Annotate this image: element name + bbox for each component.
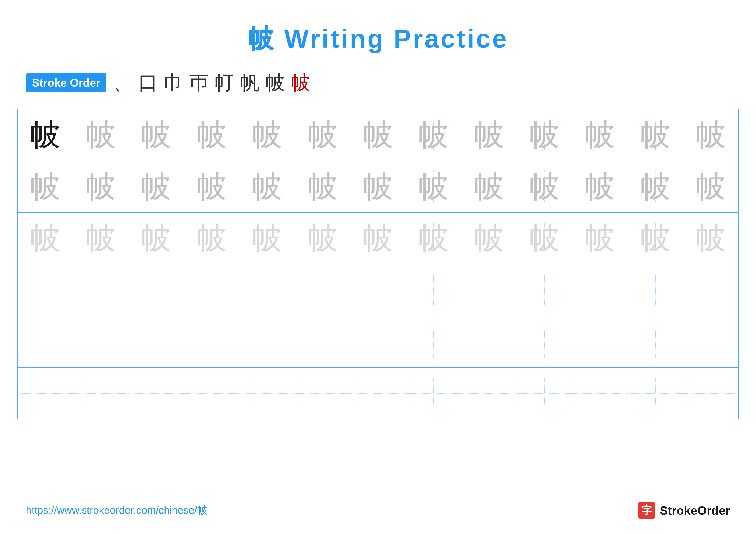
grid-row-0: 帔帔帔帔帔帔帔帔帔帔帔帔帔 [17,109,739,161]
grid-cell-3-4[interactable]: 帔 [239,264,295,316]
grid-cell-4-0[interactable]: 帔 [17,316,73,368]
grid-cell-4-5[interactable]: 帔 [295,316,350,368]
grid-cell-0-7[interactable]: 帔 [406,109,461,161]
grid-cell-1-9[interactable]: 帔 [517,161,572,213]
grid-cell-5-6[interactable]: 帔 [350,368,406,419]
grid-cell-5-11[interactable]: 帔 [628,368,683,419]
grid-cell-1-11[interactable]: 帔 [628,161,683,213]
grid-cell-4-4[interactable]: 帔 [239,316,295,368]
grid-cell-3-2[interactable]: 帔 [128,264,184,316]
grid-cell-4-8[interactable]: 帔 [461,316,517,368]
grid-cell-2-10[interactable]: 帔 [572,213,628,264]
grid-cell-2-4[interactable]: 帔 [239,213,295,264]
grid-cell-5-0[interactable]: 帔 [17,368,73,419]
grid-cell-1-6[interactable]: 帔 [350,161,406,213]
grid-cell-1-8[interactable]: 帔 [461,161,517,213]
grid-cell-3-5[interactable]: 帔 [295,264,350,316]
footer-url[interactable]: https://www.strokeorder.com/chinese/帔 [26,503,207,517]
grid-cell-3-10[interactable]: 帔 [572,264,628,316]
cell-char-1-9: 帔 [529,171,559,202]
cell-char-5-8: 帔 [474,378,504,408]
grid-cell-5-10[interactable]: 帔 [572,368,628,419]
grid-cell-4-1[interactable]: 帔 [73,316,128,368]
practice-grid: 帔帔帔帔帔帔帔帔帔帔帔帔帔帔帔帔帔帔帔帔帔帔帔帔帔帔帔帔帔帔帔帔帔帔帔帔帔帔帔帔… [17,109,739,420]
cell-char-1-10: 帔 [585,171,615,202]
grid-cell-2-8[interactable]: 帔 [461,213,517,264]
cell-char-4-3: 帔 [197,327,227,357]
grid-cell-3-12[interactable]: 帔 [683,264,739,316]
grid-cell-4-6[interactable]: 帔 [350,316,406,368]
grid-cell-0-4[interactable]: 帔 [239,109,295,161]
grid-cell-3-8[interactable]: 帔 [461,264,517,316]
grid-cell-2-6[interactable]: 帔 [350,213,406,264]
grid-cell-5-9[interactable]: 帔 [517,368,572,419]
cell-char-4-7: 帔 [418,327,448,357]
cell-char-0-6: 帔 [363,120,393,150]
cell-char-2-12: 帔 [696,223,726,253]
grid-cell-2-0[interactable]: 帔 [17,213,73,264]
grid-cell-5-8[interactable]: 帔 [461,368,517,419]
grid-cell-0-10[interactable]: 帔 [572,109,628,161]
grid-cell-2-7[interactable]: 帔 [406,213,461,264]
cell-char-4-9: 帔 [529,327,559,357]
grid-cell-3-7[interactable]: 帔 [406,264,461,316]
grid-cell-2-3[interactable]: 帔 [184,213,239,264]
grid-cell-0-8[interactable]: 帔 [461,109,517,161]
grid-cell-2-1[interactable]: 帔 [73,213,128,264]
grid-cell-0-0[interactable]: 帔 [17,109,73,161]
cell-char-4-12: 帔 [696,327,726,357]
grid-cell-5-12[interactable]: 帔 [683,368,739,419]
grid-cell-1-10[interactable]: 帔 [572,161,628,213]
grid-cell-0-6[interactable]: 帔 [350,109,406,161]
grid-cell-4-3[interactable]: 帔 [184,316,239,368]
cell-char-0-5: 帔 [308,120,338,150]
cell-char-3-3: 帔 [197,275,227,305]
cell-char-1-11: 帔 [640,171,670,202]
grid-cell-4-9[interactable]: 帔 [517,316,572,368]
grid-cell-1-0[interactable]: 帔 [17,161,73,213]
grid-cell-1-2[interactable]: 帔 [128,161,184,213]
grid-cell-1-12[interactable]: 帔 [683,161,739,213]
grid-cell-3-0[interactable]: 帔 [17,264,73,316]
grid-cell-5-3[interactable]: 帔 [184,368,239,419]
grid-cell-4-7[interactable]: 帔 [406,316,461,368]
grid-cell-1-5[interactable]: 帔 [295,161,350,213]
grid-cell-2-2[interactable]: 帔 [128,213,184,264]
grid-cell-5-4[interactable]: 帔 [239,368,295,419]
grid-cell-3-6[interactable]: 帔 [350,264,406,316]
grid-cell-0-2[interactable]: 帔 [128,109,184,161]
grid-cell-0-5[interactable]: 帔 [295,109,350,161]
grid-cell-3-3[interactable]: 帔 [184,264,239,316]
grid-cell-1-7[interactable]: 帔 [406,161,461,213]
grid-cell-0-12[interactable]: 帔 [683,109,739,161]
grid-cell-5-5[interactable]: 帔 [295,368,350,419]
grid-cell-3-11[interactable]: 帔 [628,264,683,316]
grid-cell-1-4[interactable]: 帔 [239,161,295,213]
grid-cell-3-9[interactable]: 帔 [517,264,572,316]
grid-cell-4-11[interactable]: 帔 [628,316,683,368]
grid-cell-0-1[interactable]: 帔 [73,109,128,161]
grid-cell-0-3[interactable]: 帔 [184,109,239,161]
grid-cell-2-12[interactable]: 帔 [683,213,739,264]
cell-char-2-4: 帔 [252,223,282,253]
grid-cell-5-2[interactable]: 帔 [128,368,184,419]
grid-cell-1-3[interactable]: 帔 [184,161,239,213]
grid-cell-4-10[interactable]: 帔 [572,316,628,368]
grid-cell-2-5[interactable]: 帔 [295,213,350,264]
grid-cell-4-2[interactable]: 帔 [128,316,184,368]
grid-cell-4-12[interactable]: 帔 [683,316,739,368]
grid-row-1: 帔帔帔帔帔帔帔帔帔帔帔帔帔 [17,161,739,213]
cell-char-4-2: 帔 [141,327,171,357]
grid-cell-2-11[interactable]: 帔 [628,213,683,264]
page-title: 帔 Writing Practice [0,0,756,69]
grid-cell-0-11[interactable]: 帔 [628,109,683,161]
cell-char-0-1: 帔 [86,120,116,150]
grid-cell-1-1[interactable]: 帔 [73,161,128,213]
cell-char-3-4: 帔 [252,275,282,305]
grid-cell-5-7[interactable]: 帔 [406,368,461,419]
grid-cell-0-9[interactable]: 帔 [517,109,572,161]
cell-char-5-2: 帔 [141,378,171,408]
grid-cell-5-1[interactable]: 帔 [73,368,128,419]
grid-cell-3-1[interactable]: 帔 [73,264,128,316]
grid-cell-2-9[interactable]: 帔 [517,213,572,264]
